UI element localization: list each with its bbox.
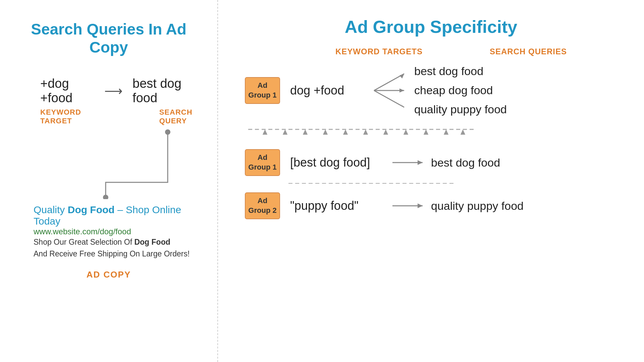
ad-group-2-label: AdGroup 2	[248, 196, 276, 215]
keyword-row: +dog +food ⟶ best dog food	[40, 76, 197, 105]
group1-queries: best dog food cheap dog food quality pup…	[414, 65, 507, 116]
ad-group-1-box: AdGroup 1	[245, 77, 280, 104]
svg-marker-14	[364, 130, 368, 134]
svg-marker-19	[461, 130, 465, 134]
group2-keyword: "puppy food"	[290, 199, 391, 213]
svg-marker-3	[399, 74, 404, 78]
group2-row: AdGroup 2 "puppy food" quality puppy foo…	[245, 192, 617, 219]
ad-copy-block: Quality Dog Food – Shop Online Today www…	[34, 204, 197, 259]
ad-title-plain: Quality	[34, 204, 68, 215]
svg-marker-18	[444, 130, 448, 134]
ad-description: Shop Our Great Selection Of Dog Food And…	[34, 236, 197, 259]
right-title: Ad Group Specificity	[245, 17, 617, 37]
group1-row: AdGroup 1 dog +food best dog food cheap …	[245, 65, 617, 116]
label-row: KEYWORD TARGET SEARCH QUERY	[40, 108, 197, 125]
svg-marker-11	[303, 130, 307, 134]
connector-area	[40, 129, 208, 202]
diverge-arrows-svg	[367, 69, 411, 112]
ad-copy-label: AD COPY	[20, 269, 197, 280]
connector-svg	[40, 129, 181, 199]
group2-query: quality puppy food	[431, 199, 524, 213]
svg-marker-12	[323, 130, 327, 134]
short-dashed-svg	[288, 181, 456, 186]
query-best-dog-food: best dog food	[414, 65, 507, 78]
ad-title: Quality Dog Food – Shop Online Today	[34, 204, 197, 227]
ad-desc2: And Receive Free Shipping On Large Order…	[34, 249, 190, 258]
divider-section	[245, 123, 617, 142]
keyword-target-label: KEYWORD TARGET	[40, 108, 86, 125]
svg-marker-15	[384, 130, 388, 134]
search-query-label: SEARCH QUERY	[159, 108, 197, 125]
svg-point-1	[103, 195, 108, 199]
ad-group-1-label: AdGroup 1	[248, 81, 276, 100]
svg-marker-10	[283, 130, 287, 134]
svg-line-2	[374, 74, 404, 90]
ad-desc1-bold: Dog Food	[134, 238, 170, 246]
svg-marker-21	[418, 160, 423, 165]
ad-title-bold: Dog Food	[68, 204, 115, 215]
group1b-row: AdGroup 1 [best dog food] best dog food	[245, 149, 617, 176]
ad-url: www.website.com/dog/food	[34, 227, 197, 236]
svg-line-6	[374, 90, 404, 107]
group1b-query: best dog food	[431, 156, 500, 169]
svg-marker-24	[418, 203, 423, 208]
search-query-text: best dog food	[132, 76, 197, 105]
short-divider	[288, 181, 617, 187]
ad-group-1b-label: AdGroup 1	[248, 153, 276, 172]
col-header-keywords: KEYWORD TARGETS	[335, 47, 423, 56]
svg-marker-13	[343, 130, 347, 134]
svg-marker-9	[263, 130, 267, 134]
query-cheap-dog-food: cheap dog food	[414, 84, 507, 97]
ad-group-2-box: AdGroup 2	[245, 192, 280, 219]
group1b-keyword: [best dog food]	[290, 156, 391, 170]
left-title: Search Queries In Ad Copy	[20, 20, 197, 56]
query-quality-puppy-food: quality puppy food	[414, 103, 507, 116]
keyword-target-text: +dog +food	[40, 76, 94, 105]
exact-arrow-svg	[391, 156, 428, 169]
right-panel: Ad Group Specificity KEYWORD TARGETS SEA…	[218, 0, 644, 362]
arrow-icon: ⟶	[104, 83, 122, 98]
down-arrows-divider	[245, 123, 480, 141]
ad-group-1b-box: AdGroup 1	[245, 149, 280, 176]
ad-desc1-plain: Shop Our Great Selection Of	[34, 238, 134, 246]
svg-marker-17	[424, 130, 428, 134]
svg-marker-16	[404, 130, 408, 134]
phrase-arrow-svg	[391, 199, 428, 213]
group1-keyword: dog +food	[290, 83, 364, 98]
svg-marker-5	[399, 88, 404, 93]
left-panel: Search Queries In Ad Copy +dog +food ⟶ b…	[0, 0, 218, 362]
col-header-queries: SEARCH QUERIES	[490, 47, 567, 56]
